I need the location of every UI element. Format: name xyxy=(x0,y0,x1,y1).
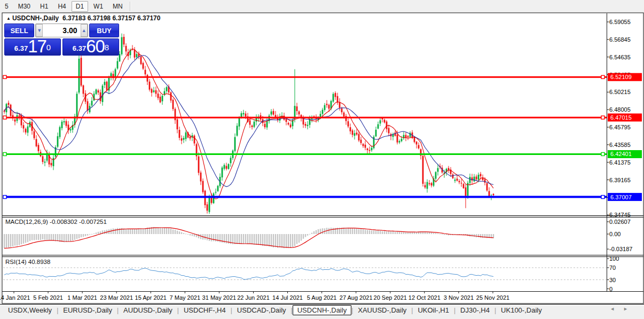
svg-text:7 May 2021: 7 May 2021 xyxy=(170,294,200,301)
svg-text:-0.03187: -0.03187 xyxy=(609,246,632,252)
sell-price-button[interactable]: 6.37170 xyxy=(4,38,61,56)
svg-text:30: 30 xyxy=(609,277,616,283)
svg-text:15 Apr 2021: 15 Apr 2021 xyxy=(135,294,167,301)
svg-text:20 Sep 2021: 20 Sep 2021 xyxy=(374,294,407,301)
svg-text:0.02607: 0.02607 xyxy=(609,219,631,225)
svg-text:14 Jan 2021: 14 Jan 2021 xyxy=(0,294,30,301)
chart-tab-bar: USDX,Weekly|EURUSD-,Daily|AUDUSD-,Daily|… xyxy=(0,304,644,316)
macd-indicator-label: MACD(12,26,9) -0.008302 -0.007251 xyxy=(5,219,107,225)
svg-text:6.42401: 6.42401 xyxy=(610,151,632,157)
svg-text:14 Jul 2021: 14 Jul 2021 xyxy=(272,294,303,301)
tab-usdx-weekly[interactable]: USDX,Weekly xyxy=(3,306,57,315)
tab-dj30-h4[interactable]: DJ30-,H4 xyxy=(455,306,494,315)
svg-text:6.50215: 6.50215 xyxy=(609,89,631,95)
tab-scroll-right-icon[interactable]: ► xyxy=(623,306,637,312)
svg-text:1 Mar 2021: 1 Mar 2021 xyxy=(67,294,97,301)
volume-decrease-button[interactable]: ▼ xyxy=(36,24,43,37)
tab-usdcad-daily[interactable]: USDCAD-,Daily xyxy=(232,306,291,315)
buy-price-sup: 8 xyxy=(105,40,109,55)
svg-text:3 Nov 2021: 3 Nov 2021 xyxy=(444,294,474,301)
svg-text:6.41375: 6.41375 xyxy=(609,159,631,166)
chart-symbol-label: USDCNH-,Daily xyxy=(12,14,59,22)
buy-price-big: 60 xyxy=(86,38,105,55)
tab-scroll-arrows[interactable]: ◄► xyxy=(610,306,637,312)
svg-text:5 Feb 2021: 5 Feb 2021 xyxy=(33,294,63,301)
svg-text:6.48005: 6.48005 xyxy=(609,106,631,113)
mt4-window: 5M30H1H4D1W1MN 6.590556.568456.546356.52… xyxy=(0,0,644,319)
volume-input[interactable] xyxy=(43,24,80,37)
tab-usdchf-h4[interactable]: USDCHF-,H4 xyxy=(179,306,231,315)
buy-price-button[interactable]: 6.37608 xyxy=(62,38,119,56)
svg-text:6.52109: 6.52109 xyxy=(610,74,632,80)
svg-text:5 Aug 2021: 5 Aug 2021 xyxy=(307,294,337,301)
buy-button[interactable]: BUY xyxy=(89,24,119,37)
collapse-triangle-icon[interactable]: ▲ xyxy=(6,16,11,21)
chart-title: ▲USDCNH-,Daily 6.37183 6.37198 6.37157 6… xyxy=(6,14,160,22)
svg-text:6.47015: 6.47015 xyxy=(610,114,632,121)
svg-text:12 Oct 2021: 12 Oct 2021 xyxy=(409,294,441,301)
svg-text:6.45795: 6.45795 xyxy=(609,124,631,130)
svg-text:0.00: 0.00 xyxy=(609,231,621,237)
svg-text:25 Nov 2021: 25 Nov 2021 xyxy=(476,294,509,301)
rsi-indicator-label: RSI(14) 40.8938 xyxy=(5,259,50,265)
tab-xauusd-daily[interactable]: XAUUSD-,Daily xyxy=(353,306,411,315)
svg-text:6.43585: 6.43585 xyxy=(609,142,631,148)
tab-scroll-left-icon[interactable]: ◄ xyxy=(610,306,623,312)
sell-button[interactable]: SELL xyxy=(4,24,34,37)
svg-text:6.34745: 6.34745 xyxy=(609,212,631,218)
tab-audusd-daily[interactable]: AUDUSD-,Daily xyxy=(119,306,177,315)
buy-price-base: 6.37 xyxy=(73,43,86,55)
svg-text:23 Mar 2021: 23 Mar 2021 xyxy=(100,294,133,301)
svg-text:0: 0 xyxy=(609,286,612,292)
svg-text:6.56845: 6.56845 xyxy=(609,36,631,43)
sell-price-base: 6.37 xyxy=(14,43,28,55)
svg-text:6.37007: 6.37007 xyxy=(610,194,632,200)
svg-text:6.59055: 6.59055 xyxy=(609,19,631,25)
svg-text:100: 100 xyxy=(609,255,619,262)
one-click-trading-panel: SELL ▼ ▲ BUY 6.37170 6.37608 xyxy=(4,24,119,56)
sell-price-big: 17 xyxy=(28,38,46,55)
tab-uk100-daily[interactable]: UK100-,Daily xyxy=(496,306,547,315)
svg-text:22 Jun 2021: 22 Jun 2021 xyxy=(237,294,270,301)
svg-text:27 Aug 2021: 27 Aug 2021 xyxy=(340,294,373,301)
chart-ohlc-values: 6.37183 6.37198 6.37157 6.37170 xyxy=(62,14,161,22)
tab-eurusd-daily[interactable]: EURUSD-,Daily xyxy=(58,306,117,315)
sell-price-sup: 0 xyxy=(46,40,51,55)
svg-text:70: 70 xyxy=(609,264,616,271)
svg-text:6.54635: 6.54635 xyxy=(609,54,631,60)
svg-text:6.39165: 6.39165 xyxy=(609,177,631,183)
volume-increase-button[interactable]: ▲ xyxy=(81,24,88,37)
svg-text:31 May 2021: 31 May 2021 xyxy=(202,294,237,301)
tab-ukoil-h1[interactable]: UKOil-,H1 xyxy=(413,306,454,315)
tab-usdcnh-daily[interactable]: USDCNH-,Daily xyxy=(293,305,351,315)
